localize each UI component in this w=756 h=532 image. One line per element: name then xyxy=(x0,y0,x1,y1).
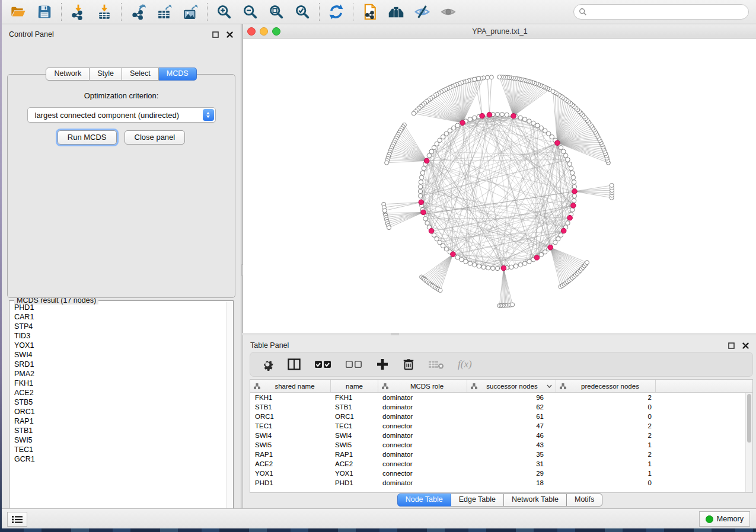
graph-node[interactable] xyxy=(412,111,416,116)
table-tab-motifs[interactable]: Motifs xyxy=(567,493,602,507)
search-input[interactable] xyxy=(590,7,744,17)
mcds-result-item[interactable]: GCR1 xyxy=(14,454,227,464)
graph-node[interactable] xyxy=(460,257,464,261)
graph-node[interactable] xyxy=(569,166,573,171)
first-neighbors-button[interactable] xyxy=(387,3,405,21)
graph-node[interactable] xyxy=(455,123,460,127)
mcds-result-list[interactable]: PHD1CAR1STP4TID3YOX1SWI4SRD1PMA2FKH1ACE2… xyxy=(10,303,227,521)
delete-table-button[interactable] xyxy=(428,355,445,373)
graph-hub-node[interactable] xyxy=(460,120,465,126)
graph-node[interactable] xyxy=(551,89,555,94)
graph-node[interactable] xyxy=(473,77,477,81)
mcds-list-scrollbar[interactable] xyxy=(226,302,232,521)
graph-node[interactable] xyxy=(385,161,389,165)
graph-node[interactable] xyxy=(489,75,493,79)
mcds-result-item[interactable]: SRD1 xyxy=(14,360,227,369)
graph-hub-node[interactable] xyxy=(424,158,429,164)
graph-node[interactable] xyxy=(382,209,387,213)
mcds-result-item[interactable]: ORC1 xyxy=(14,407,227,416)
mcds-result-item[interactable]: PHD1 xyxy=(14,303,227,312)
graph-hub-node[interactable] xyxy=(571,203,576,209)
mcds-result-item[interactable]: TID3 xyxy=(14,331,227,341)
graph-node[interactable] xyxy=(539,252,543,257)
graph-node[interactable] xyxy=(556,237,560,241)
graph-node[interactable] xyxy=(559,233,563,237)
graph-node[interactable] xyxy=(563,153,567,158)
table-row[interactable]: SWI5SWI5connector431 xyxy=(250,440,745,450)
graph-node[interactable] xyxy=(500,113,504,117)
graph-node[interactable] xyxy=(572,185,576,189)
deselect-all-button[interactable] xyxy=(345,355,363,373)
graph-node[interactable] xyxy=(566,158,570,162)
table-row[interactable]: STB1STB1dominator620 xyxy=(250,402,745,412)
graph-node[interactable] xyxy=(522,261,527,265)
task-history-button[interactable] xyxy=(7,512,27,527)
table-row[interactable]: SWI4SWI4dominator462 xyxy=(250,431,745,440)
float-panel-button[interactable] xyxy=(211,30,219,39)
run-mcds-button[interactable]: Run MCDS xyxy=(58,130,117,145)
graph-node[interactable] xyxy=(505,113,509,117)
graph-node[interactable] xyxy=(422,166,426,171)
graph-node[interactable] xyxy=(562,149,566,153)
delete-columns-button[interactable] xyxy=(402,355,415,373)
export-network-button[interactable] xyxy=(129,3,147,21)
graph-hub-node[interactable] xyxy=(567,215,573,220)
graph-node[interactable] xyxy=(387,226,391,230)
tab-select[interactable]: Select xyxy=(122,68,159,81)
network-canvas[interactable] xyxy=(243,39,756,333)
graph-hub-node[interactable] xyxy=(572,189,578,194)
graph-node[interactable] xyxy=(429,149,433,153)
mcds-result-item[interactable]: SWI5 xyxy=(14,435,227,445)
graph-hub-node[interactable] xyxy=(511,114,516,119)
graph-hub-node[interactable] xyxy=(501,265,506,271)
save-button[interactable] xyxy=(36,3,53,21)
criterion-dropdown[interactable]: largest connected component (undirected) xyxy=(27,107,216,123)
tab-mcds[interactable]: MCDS xyxy=(159,68,197,81)
table-row[interactable]: RAP1RAP1dominator352 xyxy=(250,450,745,459)
scrollbar-thumb[interactable] xyxy=(747,394,751,443)
table-row[interactable]: TEC1TEC1connector472 xyxy=(250,421,745,431)
mcds-result-item[interactable]: PMA2 xyxy=(14,369,227,379)
close-panel-button-mcds[interactable]: Close panel xyxy=(125,130,186,145)
graph-node[interactable] xyxy=(509,265,513,269)
add-column-button[interactable] xyxy=(376,355,389,373)
graph-node[interactable] xyxy=(527,119,531,123)
graph-node[interactable] xyxy=(559,146,563,150)
graph-hub-node[interactable] xyxy=(561,228,566,233)
graph-node[interactable] xyxy=(518,116,522,120)
tab-network[interactable]: Network xyxy=(46,68,90,81)
mcds-result-item[interactable]: STB1 xyxy=(14,426,227,435)
column-header-shared-name[interactable]: shared name xyxy=(250,380,330,392)
graph-node[interactable] xyxy=(486,75,490,79)
table-row[interactable]: FKH1FKH1dominator962 xyxy=(250,393,745,402)
graph-node[interactable] xyxy=(571,175,575,180)
graph-hub-node[interactable] xyxy=(487,112,492,117)
graph-hub-node[interactable] xyxy=(480,113,485,118)
graph-node[interactable] xyxy=(539,126,543,130)
graph-node[interactable] xyxy=(438,289,442,293)
graph-node[interactable] xyxy=(572,180,576,184)
zoom-selected-button[interactable] xyxy=(294,3,311,21)
graph-node[interactable] xyxy=(425,221,429,225)
table-row[interactable]: ACE2ACE2connector311 xyxy=(250,459,745,469)
graph-node[interactable] xyxy=(468,117,472,121)
table-tab-edge-table[interactable]: Edge Table xyxy=(451,493,504,507)
graph-node[interactable] xyxy=(585,261,589,265)
zoom-out-button[interactable] xyxy=(241,3,259,21)
export-table-button[interactable] xyxy=(155,3,173,21)
search-field[interactable] xyxy=(573,4,749,20)
tab-style[interactable]: Style xyxy=(90,68,122,81)
graph-node[interactable] xyxy=(567,162,572,166)
graph-node[interactable] xyxy=(531,121,535,125)
graph-node[interactable] xyxy=(522,117,527,121)
network-graph[interactable] xyxy=(243,39,756,333)
float-table-panel-button[interactable] xyxy=(727,341,735,350)
table-row[interactable]: ORC1ORC1dominator610 xyxy=(250,412,745,421)
mcds-result-item[interactable]: ACE2 xyxy=(14,388,227,398)
graph-hub-node[interactable] xyxy=(421,210,426,215)
select-all-button[interactable] xyxy=(314,355,332,373)
memory-button[interactable]: Memory xyxy=(699,511,750,527)
graph-node[interactable] xyxy=(535,123,540,127)
graph-node[interactable] xyxy=(481,265,486,269)
zoom-fit-button[interactable] xyxy=(267,3,285,21)
